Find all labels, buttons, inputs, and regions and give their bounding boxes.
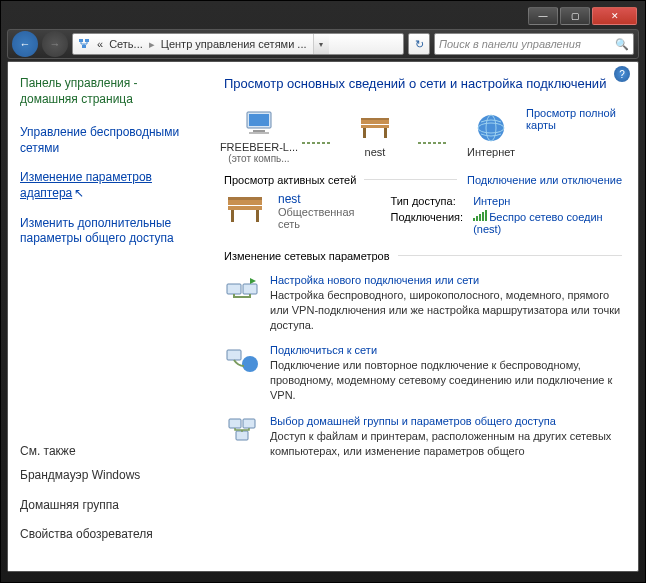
svg-rect-25: [229, 419, 241, 428]
svg-rect-19: [228, 197, 262, 200]
svg-rect-5: [253, 130, 265, 132]
minimize-button[interactable]: —: [528, 7, 558, 25]
view-full-map-link[interactable]: Просмотр полной карты: [526, 107, 622, 131]
setting-connect-network[interactable]: Подключиться к сети Подключение или повт…: [224, 344, 622, 403]
refresh-button[interactable]: ↻: [408, 33, 430, 55]
svg-rect-8: [361, 125, 389, 128]
breadcrumb-level-prefix: «: [97, 38, 103, 50]
access-type-label: Тип доступа:: [386, 194, 467, 208]
cursor-hand-icon: ↖: [74, 186, 84, 202]
sidebar-link-label: Изменение параметров адаптера: [20, 170, 152, 200]
map-node-router-label: nest: [365, 146, 386, 158]
forward-button[interactable]: →: [42, 31, 68, 57]
network-icon: [77, 37, 91, 51]
setting-homegroup[interactable]: Выбор домашней группы и параметров общег…: [224, 415, 622, 459]
sidebar-see-also-heading: См. также: [20, 444, 196, 458]
map-node-internet-label: Интернет: [467, 146, 515, 158]
sidebar-extra-internet-options[interactable]: Свойства обозревателя: [20, 527, 196, 543]
breadcrumb-root[interactable]: Сеть...: [109, 38, 143, 50]
svg-rect-0: [79, 39, 83, 42]
sidebar-link-adapter-settings[interactable]: Изменение параметров адаптера↖: [20, 170, 196, 201]
close-button[interactable]: ✕: [592, 7, 637, 25]
network-settings-label: Изменение сетевых параметров: [224, 250, 390, 262]
connections-label: Подключения:: [386, 210, 467, 236]
new-connection-icon: [224, 274, 260, 306]
svg-rect-23: [227, 350, 241, 360]
navigation-bar: ← → « Сеть... ▸ Центр управления сетями …: [7, 29, 639, 59]
svg-rect-9: [363, 128, 366, 138]
map-node-pc[interactable]: FREEBEER-L... (этот компь...: [224, 107, 294, 164]
svg-rect-2: [82, 45, 86, 48]
map-node-router[interactable]: nest: [340, 112, 410, 158]
svg-rect-20: [227, 284, 241, 294]
map-connection-line: [302, 142, 332, 144]
page-title: Просмотр основных сведений о сети и наст…: [224, 76, 622, 93]
setting-desc: Доступ к файлам и принтерам, расположенн…: [270, 429, 622, 459]
svg-rect-16: [228, 206, 262, 210]
signal-bars-icon: [473, 211, 487, 221]
setting-title[interactable]: Подключиться к сети: [270, 344, 622, 356]
svg-rect-17: [231, 210, 234, 222]
network-settings-heading: Изменение сетевых параметров: [224, 250, 622, 262]
svg-marker-22: [250, 278, 256, 284]
svg-rect-4: [249, 114, 269, 126]
breadcrumb-separator: ▸: [149, 38, 155, 51]
setting-desc: Подключение или повторное подключение к …: [270, 358, 622, 403]
active-network-item: nest Общественная сеть Тип доступа: Инте…: [224, 192, 622, 238]
sidebar-home-link[interactable]: Панель управления - домашняя страница: [20, 76, 196, 107]
search-input[interactable]: Поиск в панели управления 🔍: [434, 33, 634, 55]
active-networks-label: Просмотр активных сетей: [224, 174, 356, 186]
svg-point-12: [478, 115, 504, 141]
setting-desc: Настройка беспроводного, широкополосного…: [270, 288, 622, 333]
svg-rect-1: [85, 39, 89, 42]
sidebar-extra-homegroup[interactable]: Домашняя группа: [20, 498, 196, 514]
globe-icon: [473, 112, 509, 144]
network-details: Тип доступа: Интерн Подключения: Беспро …: [384, 192, 622, 238]
svg-rect-27: [236, 431, 248, 440]
network-name-link[interactable]: nest: [278, 192, 372, 206]
breadcrumb-current[interactable]: Центр управления сетями ...: [161, 38, 307, 50]
map-node-pc-label: FREEBEER-L...: [220, 141, 298, 153]
connect-network-icon: [224, 344, 260, 376]
svg-point-24: [242, 356, 258, 372]
map-node-internet[interactable]: Интернет: [456, 112, 526, 158]
search-placeholder: Поиск в панели управления: [439, 38, 581, 50]
main-panel: Просмотр основных сведений о сети и наст…: [208, 62, 638, 571]
svg-rect-21: [243, 284, 257, 294]
active-networks-heading: Просмотр активных сетей Подключение или …: [224, 174, 622, 186]
svg-rect-7: [361, 120, 389, 124]
network-map: FREEBEER-L... (этот компь... nest: [224, 107, 622, 164]
setting-new-connection[interactable]: Настройка нового подключения или сети На…: [224, 274, 622, 333]
breadcrumb[interactable]: « Сеть... ▸ Центр управления сетями ... …: [72, 33, 404, 55]
homegroup-icon: [224, 415, 260, 447]
connections-value[interactable]: Беспро сетево соедин (nest): [469, 210, 620, 236]
svg-rect-10: [384, 128, 387, 138]
breadcrumb-dropdown[interactable]: ▾: [313, 34, 329, 54]
connect-disconnect-link[interactable]: Подключение или отключение: [467, 174, 622, 186]
network-type-label: Общественная сеть: [278, 206, 372, 230]
svg-rect-6: [249, 132, 269, 134]
window-titlebar: — ▢ ✕: [7, 7, 639, 27]
network-bench-icon: [224, 192, 266, 230]
map-node-pc-sublabel: (этот компь...: [228, 153, 289, 164]
connection-name: Беспро сетево соедин (nest): [473, 211, 603, 235]
access-type-value[interactable]: Интерн: [469, 194, 620, 208]
sidebar: Панель управления - домашняя страница Уп…: [8, 62, 208, 571]
computer-icon: [241, 107, 277, 139]
help-button[interactable]: ?: [614, 66, 630, 82]
map-connection-line: [418, 142, 448, 144]
sidebar-link-sharing-settings[interactable]: Изменить дополнительные параметры общего…: [20, 216, 196, 247]
svg-rect-18: [256, 210, 259, 222]
sidebar-link-wireless[interactable]: Управление беспроводными сетями: [20, 125, 196, 156]
svg-rect-26: [243, 419, 255, 428]
svg-rect-15: [228, 200, 262, 205]
sidebar-extra-firewall[interactable]: Брандмауэр Windows: [20, 468, 196, 484]
search-icon: 🔍: [615, 38, 629, 51]
setting-title[interactable]: Настройка нового подключения или сети: [270, 274, 622, 286]
setting-title[interactable]: Выбор домашней группы и параметров общег…: [270, 415, 622, 427]
svg-rect-11: [361, 118, 389, 120]
bench-icon: [357, 112, 393, 144]
back-button[interactable]: ←: [12, 31, 38, 57]
maximize-button[interactable]: ▢: [560, 7, 590, 25]
